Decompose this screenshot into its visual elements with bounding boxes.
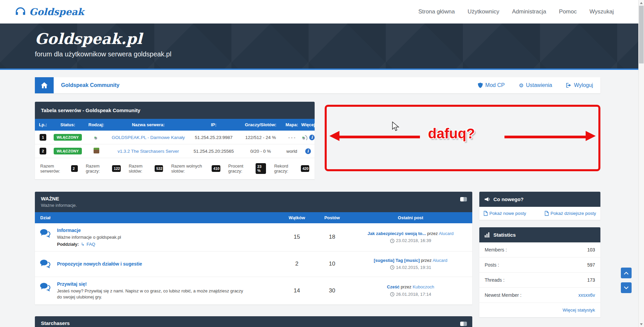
total-value-badge: 23 %: [256, 163, 266, 174]
info-icon[interactable]: i: [305, 148, 311, 154]
col-threads: Wątków: [278, 215, 315, 220]
last-post-date: 14.02.2015, 19:31: [396, 264, 431, 271]
signout-icon: [566, 83, 572, 88]
by-label: przez: [427, 231, 438, 236]
col-map: Mapa:: [282, 122, 301, 127]
collapse-icon[interactable]: [460, 197, 467, 201]
forum-link[interactable]: Propozycje nowych działów i sugestie: [57, 261, 142, 267]
posts-count: 30: [315, 287, 349, 294]
forum-link[interactable]: Informacje: [57, 228, 121, 233]
scrollbar-up-arrow[interactable]: [639, 0, 644, 6]
col-status: Status:: [51, 122, 85, 127]
server-table-header: Lp.: Status: Rodzaj: Nazwa serwera: IP: …: [35, 119, 315, 131]
comments-icon: [40, 228, 51, 239]
scrollbar[interactable]: [638, 0, 644, 327]
stat-label: Threads :: [485, 277, 504, 283]
status-badge: WŁĄCZONY: [54, 134, 82, 141]
brand-name: Goldspeak: [29, 6, 84, 17]
col-type: Rodzaj:: [85, 122, 108, 127]
show-today-posts-link[interactable]: Pokaż dzisiejsze posty: [545, 211, 596, 216]
subforums-label: Poddziały:: [57, 242, 79, 247]
last-post-link[interactable]: Jak zabezpieczyć swoją to...: [368, 231, 426, 236]
nav-item-users[interactable]: Użytkownicy: [468, 8, 499, 15]
total-label: Razem slotów:: [129, 164, 153, 174]
server-name-link[interactable]: v1.3.2 The Starchasers Server: [118, 149, 179, 154]
stat-row: Members : 103: [479, 242, 600, 258]
col-posts: Postów: [315, 215, 349, 220]
nav-item-help[interactable]: Pomoc: [559, 8, 577, 15]
server-name-link[interactable]: GOLDSPEAK.PL - Darmowe Kanały: [112, 135, 185, 140]
home-button[interactable]: [35, 77, 54, 93]
breadcrumb-title[interactable]: Goldspeak Community: [61, 82, 119, 88]
total-label: Procent graczy:: [228, 164, 254, 174]
forum-link[interactable]: Przywitaj się!: [57, 281, 245, 287]
scrollbar-down-arrow[interactable]: [639, 321, 644, 327]
teamspeak-icon[interactable]: [301, 134, 308, 141]
last-post-user[interactable]: Kuboczoch: [413, 284, 434, 289]
by-label: przez: [401, 284, 412, 289]
total-label: Razem serwerów:: [40, 164, 69, 174]
stat-row: Newest Member : xxsxx6v: [479, 288, 600, 303]
stat-label: Members :: [485, 247, 507, 252]
annotation-arrow-left: [339, 136, 420, 138]
site-logo[interactable]: Goldspeak: [15, 6, 84, 17]
home-icon: [41, 82, 48, 88]
modcp-label: Mod CP: [485, 82, 505, 88]
teamspeak-icon: [85, 134, 108, 141]
nav-item-search[interactable]: Wyszukaj: [589, 8, 614, 15]
settings-label: Ustawienia: [526, 82, 552, 88]
modcp-link[interactable]: Mod CP: [478, 82, 505, 88]
section-header: Starchasers Strefa grupy Starchasers.: [35, 316, 472, 327]
by-label: przez: [421, 258, 432, 263]
scroll-bottom-button[interactable]: [621, 282, 632, 293]
collapse-icon[interactable]: [460, 322, 467, 326]
nav-item-home[interactable]: Strona główna: [418, 8, 455, 15]
section-wazne: WAŻNE Ważne informacje. Dział Wątków Pos…: [35, 192, 472, 305]
main-row: WAŻNE Ważne informacje. Dział Wątków Pos…: [35, 192, 600, 327]
stat-value: 103: [587, 247, 595, 252]
annotation-box: dafuq?: [325, 105, 600, 171]
forum-row: Informacje Ważne informacje o goldspeak.…: [35, 223, 472, 251]
whats-new-links: Pokaż nowe posty Pokaż dzisiejsze posty: [479, 207, 600, 220]
scroll-top-button[interactable]: [621, 268, 632, 278]
more-stats-link[interactable]: Więcej statystyk: [479, 303, 600, 317]
newest-member-link[interactable]: xxsxx6v: [578, 292, 595, 298]
show-new-posts-link[interactable]: Pokaż nowe posty: [484, 211, 526, 216]
col-more: Więcej:: [301, 122, 315, 127]
last-post-user[interactable]: Alucard: [439, 231, 453, 236]
last-post-link[interactable]: Cześć: [387, 284, 400, 289]
subforum-link[interactable]: FAQ: [87, 242, 95, 247]
col-players: Graczy/Slotów:: [239, 122, 282, 127]
clock-icon: [390, 265, 394, 270]
server-table-card: Tabela serwerów - Goldspeak Community Lp…: [35, 102, 315, 179]
total-value-badge: 122: [112, 165, 120, 172]
settings-link[interactable]: ⚙ Ustawienia: [519, 82, 552, 89]
clock-icon: [390, 239, 394, 243]
forum-columns-header: Dział Wątków Postów Ostatni post: [35, 212, 472, 223]
status-badge: WŁĄCZONY: [54, 148, 82, 154]
hero-title: Goldspeak.pl: [35, 30, 644, 47]
col-name: Nazwa serwera:: [108, 122, 189, 127]
logout-link[interactable]: Wyloguj: [566, 82, 593, 88]
row-number-badge: 1: [40, 134, 46, 141]
arrow-right-head: [586, 131, 596, 141]
last-post-cell: [sugestia] Tag [music] przez Alucard 14.…: [349, 257, 472, 271]
comments-icon: [40, 258, 51, 270]
whats-new-title: Co nowego?: [493, 196, 524, 202]
scrollbar-thumb[interactable]: [639, 6, 644, 63]
nav-item-admin[interactable]: Administracja: [512, 8, 546, 15]
col-forum: Dział: [35, 215, 278, 220]
annotation-text: dafuq?: [428, 126, 475, 142]
last-post-date: 26.01.2018, 17:14: [396, 291, 431, 298]
total-value-badge: 410: [212, 165, 220, 172]
top-navbar: Goldspeak Strona główna Użytkownicy Admi…: [0, 0, 644, 24]
headphones-icon: [15, 7, 26, 17]
posts-count: 18: [315, 234, 349, 240]
shield-icon: [478, 83, 483, 88]
last-post-link[interactable]: [sugestia] Tag [music]: [374, 258, 420, 263]
statistics-title: Statistics: [493, 232, 516, 238]
last-post-user[interactable]: Alucard: [433, 258, 447, 263]
col-lp: Lp.:: [35, 122, 51, 127]
statistics-box: Statistics Members : 103 Posts : 597 Thr…: [479, 227, 600, 317]
info-icon[interactable]: i: [309, 135, 315, 140]
